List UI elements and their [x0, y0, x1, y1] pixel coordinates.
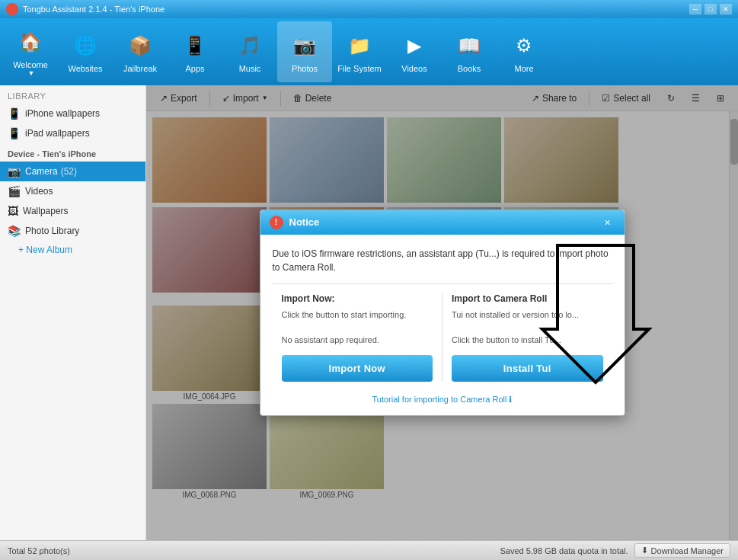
- notice-title: Notice: [289, 216, 320, 228]
- photo-library-label: Photo Library: [25, 226, 79, 236]
- import-now-text: Click the button to start importing.No a…: [282, 309, 433, 347]
- camera-icon: 📷: [8, 165, 21, 178]
- photos-icon: 📷: [289, 30, 320, 61]
- toolbar-btn-books[interactable]: 📖 Books: [442, 21, 497, 82]
- notice-col-import: Import Now: Click the button to start im…: [273, 293, 442, 382]
- books-icon: 📖: [454, 30, 484, 61]
- toolbar-btn-jailbreak[interactable]: 📦 Jailbreak: [113, 21, 168, 82]
- app-logo: [6, 3, 18, 15]
- more-icon: ⚙: [509, 30, 539, 61]
- app-title: Tongbu Assistant 2.1.4 - Tien's iPhone: [23, 5, 689, 14]
- videos-label: Videos: [25, 186, 53, 197]
- camera-roll-title: Import to Camera Roll: [452, 293, 603, 304]
- main-toolbar: 🏠 Welcome ▼ 🌐 Websites 📦 Jailbreak 📱 App…: [0, 18, 738, 85]
- iphone-wallpapers-icon: 📱: [8, 107, 21, 120]
- minimize-button[interactable]: ─: [689, 4, 701, 14]
- apps-icon: 📱: [180, 30, 210, 61]
- content-area: ↗ Export ↙ Import ▼ 🗑 Delete ↗ Share to …: [146, 85, 738, 540]
- music-icon: 🎵: [235, 30, 265, 61]
- apps-label: Apps: [185, 64, 204, 73]
- notice-header: ! Notice ×: [260, 210, 625, 235]
- download-manager-label: Download Manager: [651, 546, 724, 555]
- install-tui-button[interactable]: Install Tui: [452, 355, 603, 382]
- tutorial-link-text: Tutorial for importing to Camera Roll: [372, 395, 507, 404]
- maximize-button[interactable]: □: [704, 4, 717, 14]
- notice-close-button[interactable]: ×: [600, 215, 615, 230]
- more-label: More: [514, 64, 533, 73]
- videos-icon: ▶: [399, 30, 430, 61]
- jailbreak-icon: 📦: [125, 30, 155, 61]
- welcome-dropdown-icon: ▼: [28, 69, 35, 77]
- modal-overlay: ! Notice × Due to iOS firmware restricti…: [146, 85, 738, 540]
- iphone-wallpapers-label: iPhone wallpapers: [25, 108, 100, 119]
- status-right: Saved 5.98 GB data quota in total. ⬇ Dow…: [500, 543, 730, 558]
- toolbar-btn-photos[interactable]: 📷 Photos: [277, 21, 332, 82]
- sidebar-item-photo-library[interactable]: 📚 Photo Library: [0, 221, 145, 241]
- notice-col-camera-roll: Import to Camera Roll Tui not installed …: [442, 293, 612, 382]
- music-label: Music: [239, 64, 261, 73]
- download-icon: ⬇: [641, 546, 648, 555]
- close-button[interactable]: ✕: [720, 4, 732, 14]
- websites-icon: 🌐: [70, 30, 101, 61]
- jailbreak-label: Jailbreak: [123, 64, 157, 73]
- total-photos: Total 52 photo(s): [8, 546, 70, 555]
- videos-label: Videos: [401, 64, 427, 73]
- sidebar-item-wallpapers[interactable]: 🖼 Wallpapers: [0, 201, 145, 221]
- websites-label: Websites: [68, 64, 102, 73]
- sidebar-item-iphone-wallpapers[interactable]: 📱 iPhone wallpapers: [0, 104, 145, 123]
- sidebar-item-videos[interactable]: 🎬 Videos: [0, 181, 145, 201]
- videos-icon: 🎬: [8, 185, 21, 197]
- notice-top-text: Due to iOS firmware restrictions, an ass…: [273, 247, 612, 274]
- toolbar-btn-videos[interactable]: ▶ Videos: [387, 21, 442, 82]
- filesystem-label: File System: [337, 64, 381, 73]
- camera-count: (52): [61, 166, 77, 177]
- title-bar: Tongbu Assistant 2.1.4 - Tien's iPhone ─…: [0, 0, 738, 18]
- sidebar: Library 📱 iPhone wallpapers 📱 iPad wallp…: [0, 85, 146, 540]
- quota-info: Saved 5.98 GB data quota in total.: [500, 546, 628, 555]
- status-bar: Total 52 photo(s) Saved 5.98 GB data quo…: [0, 540, 738, 560]
- window-controls: ─ □ ✕: [689, 4, 732, 14]
- sidebar-item-camera[interactable]: 📷 Camera (52): [0, 162, 145, 181]
- library-label: Library: [0, 85, 145, 104]
- download-manager-button[interactable]: ⬇ Download Manager: [634, 543, 730, 558]
- toolbar-btn-more[interactable]: ⚙ More: [497, 21, 551, 82]
- notice-columns: Import Now: Click the button to start im…: [273, 283, 612, 382]
- camera-roll-text: Tui not installed or version too lo...Cl…: [452, 309, 603, 347]
- books-label: Books: [458, 64, 481, 73]
- tutorial-info-icon: ℹ: [509, 395, 512, 404]
- toolbar-btn-websites[interactable]: 🌐 Websites: [58, 21, 113, 82]
- photo-library-icon: 📚: [8, 225, 21, 237]
- toolbar-btn-filesystem[interactable]: 📁 File System: [332, 21, 387, 82]
- toolbar-btn-music[interactable]: 🎵 Music: [222, 21, 277, 82]
- notice-dialog: ! Notice × Due to iOS firmware restricti…: [260, 210, 625, 417]
- wallpapers-label: Wallpapers: [23, 206, 69, 216]
- sidebar-item-ipad-wallpapers[interactable]: 📱 iPad wallpapers: [0, 123, 145, 143]
- device-label: Device - Tien's iPhone: [0, 143, 145, 162]
- ipad-wallpapers-icon: 📱: [8, 127, 21, 139]
- welcome-icon: 🏠: [15, 27, 46, 57]
- ipad-wallpapers-label: iPad wallpapers: [25, 128, 90, 139]
- import-now-button[interactable]: Import Now: [282, 355, 433, 382]
- toolbar-btn-apps[interactable]: 📱 Apps: [168, 21, 222, 82]
- new-album-button[interactable]: + New Album: [0, 241, 145, 259]
- toolbar-btn-welcome[interactable]: 🏠 Welcome ▼: [3, 21, 58, 82]
- notice-footer: Tutorial for importing to Camera Roll ℹ: [260, 388, 625, 415]
- notice-body: Due to iOS firmware restrictions, an ass…: [260, 235, 625, 389]
- filesystem-icon: 📁: [344, 30, 375, 61]
- main-content: Library 📱 iPhone wallpapers 📱 iPad wallp…: [0, 85, 738, 540]
- welcome-label: Welcome: [13, 60, 48, 69]
- import-now-title: Import Now:: [282, 293, 433, 304]
- notice-header-icon: !: [270, 216, 283, 229]
- wallpapers-icon: 🖼: [8, 205, 18, 217]
- tutorial-link[interactable]: Tutorial for importing to Camera Roll ℹ: [372, 395, 513, 404]
- photos-label: Photos: [292, 64, 318, 73]
- camera-label: Camera: [25, 166, 58, 177]
